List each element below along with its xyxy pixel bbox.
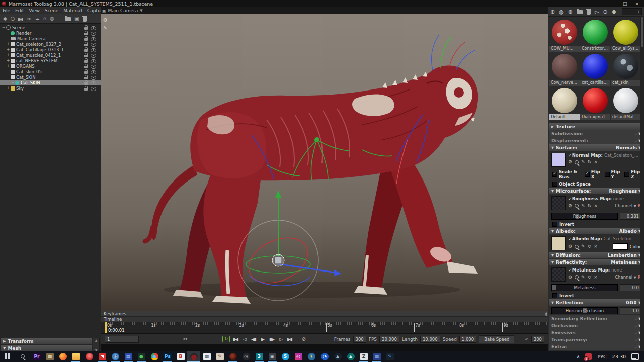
marmoset-app[interactable] bbox=[187, 351, 200, 362]
scene-tree-item[interactable]: +ORGANS bbox=[0, 63, 101, 69]
viewport-settings-gear-icon[interactable]: ⚙ bbox=[103, 17, 108, 23]
tray-app-icon[interactable]: 1 bbox=[585, 353, 592, 360]
darkred-app[interactable] bbox=[226, 351, 239, 362]
pixel-app[interactable]: ▦ bbox=[370, 351, 383, 362]
timeline-bar[interactable]: Timeline bbox=[101, 316, 548, 322]
loop-button[interactable]: ↻ bbox=[222, 336, 230, 342]
add-sky-icon[interactable]: ☁ bbox=[35, 16, 40, 21]
material-item[interactable]: defaultMat bbox=[611, 86, 641, 120]
close-icon[interactable]: × bbox=[594, 275, 598, 280]
reflection-mode[interactable]: GGX bbox=[626, 300, 637, 305]
transform-section-header[interactable]: ▶ Transform bbox=[1, 338, 92, 344]
roughness-value[interactable]: 0.381 bbox=[620, 213, 641, 220]
section-displacement[interactable]: Displacement: - ▼ bbox=[549, 137, 643, 144]
left-scrollbar[interactable]: ▲▼ bbox=[93, 338, 100, 352]
right-scrollbar[interactable] bbox=[640, 16, 644, 351]
checkbox-flip-z[interactable]: Flip Z bbox=[624, 169, 640, 179]
new-material-icon[interactable]: ⊕ bbox=[550, 9, 555, 15]
restore-button[interactable]: ◱ bbox=[623, 1, 627, 6]
open-scene-icon[interactable] bbox=[65, 17, 71, 21]
section-reflectivity[interactable]: ▼ Reflectivity: Metalness ▼ bbox=[549, 259, 643, 265]
tray-chevron-icon[interactable]: ∧ bbox=[576, 354, 580, 359]
checkbox-flip-x[interactable]: Flip X bbox=[585, 169, 600, 179]
calculator-app[interactable]: ▦ bbox=[200, 351, 213, 362]
explorer-app[interactable] bbox=[69, 351, 83, 362]
albedo-map-thumbnail[interactable] bbox=[551, 236, 566, 250]
paint-app[interactable]: ✎ bbox=[213, 351, 226, 362]
section-transparency-[interactable]: Transparency:-▼ bbox=[549, 336, 643, 343]
clock-app[interactable]: ◷ bbox=[239, 351, 253, 362]
checkbox-object-space[interactable]: Object Space bbox=[552, 182, 591, 187]
lock-icon[interactable] bbox=[84, 71, 88, 74]
gear-icon[interactable]: ⚙ bbox=[568, 204, 572, 208]
keyframes-bar[interactable]: Keyframes ▲▼ bbox=[101, 311, 548, 316]
material-item[interactable]: cat_cartillag... bbox=[580, 52, 610, 86]
section-albedo[interactable]: ▼ Albedo: Albedo ▼ bbox=[549, 228, 643, 234]
paint-icon[interactable]: ✎ bbox=[581, 244, 585, 249]
pick-material-icon[interactable]: ▻ bbox=[595, 9, 599, 15]
section-reflection[interactable]: ▼ Reflection: GGX ▼ bbox=[549, 299, 643, 306]
open-material-folder-icon[interactable] bbox=[577, 10, 583, 14]
scene-tree-item[interactable]: Cat_skin_05 bbox=[0, 69, 101, 74]
visibility-icon[interactable] bbox=[91, 70, 96, 74]
expander-icon[interactable]: + bbox=[6, 53, 10, 57]
section-subdivision[interactable]: Subdivision: - ▼ bbox=[549, 130, 643, 137]
keyboard-language[interactable]: РУС bbox=[597, 354, 606, 359]
camera-app[interactable]: ▣ bbox=[266, 351, 279, 362]
surface-mode[interactable]: Normals bbox=[616, 145, 637, 150]
material-item[interactable]: COW_MU... bbox=[549, 18, 580, 52]
speed-field[interactable]: 1.000 bbox=[459, 336, 476, 343]
weather-app[interactable]: ☀ bbox=[305, 351, 318, 362]
blue-clock-app[interactable]: ◔ bbox=[318, 351, 331, 362]
section-surface[interactable]: ▼ Surface: Normals ▼ bbox=[549, 144, 643, 151]
check-icon[interactable]: ✓ bbox=[568, 153, 572, 158]
turntable-icon[interactable]: ⊘ bbox=[301, 336, 305, 342]
adobe-red-app[interactable]: ◥ bbox=[96, 351, 109, 362]
invert-checkbox[interactable] bbox=[552, 222, 557, 227]
section-secondary-reflection-[interactable]: Secondary Reflection:-▼ bbox=[549, 315, 643, 322]
frame-number-field[interactable]: 1 bbox=[105, 336, 139, 343]
menu-edit[interactable]: Edit bbox=[13, 8, 26, 13]
chrome-app[interactable]: ● bbox=[148, 351, 161, 362]
material-settings-icon[interactable]: ⊗ bbox=[612, 9, 616, 15]
expander-icon[interactable]: − bbox=[2, 25, 6, 30]
viewport-3d[interactable]: ⚙ ✎ bbox=[101, 14, 548, 311]
visibility-icon[interactable] bbox=[91, 32, 96, 36]
section-diffusion[interactable]: ▼ Diffusion: Lambertian ▼ bbox=[549, 252, 643, 258]
camera-tab[interactable]: Main Camera bbox=[108, 8, 138, 13]
section-texture[interactable]: ▶ Texture bbox=[549, 123, 643, 130]
play-outline-button[interactable]: ▷ bbox=[277, 337, 284, 342]
duplicate-icon[interactable]: ▣ bbox=[74, 16, 79, 21]
check-icon[interactable]: ✓ bbox=[568, 237, 572, 241]
metalness-slider[interactable]: Metalness bbox=[551, 284, 618, 291]
lock-icon[interactable] bbox=[84, 55, 88, 57]
check-icon[interactable]: ✓ bbox=[568, 197, 572, 201]
scene-tree-item[interactable]: +Cat_muscles_0412_1 bbox=[0, 52, 101, 58]
premiere-app[interactable]: Pr bbox=[30, 351, 43, 362]
timeline-scroll-icons[interactable]: ▲▼ bbox=[545, 311, 547, 316]
zbrush-app[interactable]: Z bbox=[357, 351, 370, 362]
timeline-ruler[interactable]: 0:00.01 0s1s2s3s4s5s6s7s8s9s bbox=[101, 322, 548, 334]
skip-start-button[interactable]: ▮◀ bbox=[231, 337, 239, 342]
visibility-icon[interactable] bbox=[91, 59, 96, 63]
cut-keyframes-icon[interactable]: ✂ bbox=[183, 336, 187, 342]
fps-field[interactable]: 30.000 bbox=[379, 336, 399, 343]
scene-tree-item[interactable]: Render bbox=[0, 30, 101, 36]
scene-tree-item[interactable]: +Sky bbox=[0, 85, 101, 91]
length-field[interactable]: 10.000 bbox=[420, 336, 440, 343]
gear-icon[interactable]: ⚙ bbox=[568, 160, 572, 164]
mountain-dark-app[interactable]: ▲ bbox=[331, 351, 344, 362]
lock-icon[interactable] bbox=[84, 88, 88, 90]
normal-map-thumbnail[interactable] bbox=[551, 153, 566, 167]
link-icon[interactable]: ∞ bbox=[525, 337, 529, 342]
ta skbar-search-button[interactable] bbox=[15, 351, 30, 362]
expander-icon[interactable]: + bbox=[6, 58, 10, 63]
add-camera-icon[interactable] bbox=[18, 18, 23, 21]
step-back-button[interactable]: ◀▮ bbox=[250, 337, 257, 342]
visibility-icon[interactable] bbox=[91, 43, 96, 47]
visibility-icon[interactable] bbox=[91, 26, 96, 30]
check-icon[interactable]: ✓ bbox=[568, 268, 572, 273]
visibility-icon[interactable] bbox=[91, 76, 96, 80]
menu-view[interactable]: View bbox=[27, 8, 42, 13]
start-button[interactable] bbox=[0, 351, 15, 362]
